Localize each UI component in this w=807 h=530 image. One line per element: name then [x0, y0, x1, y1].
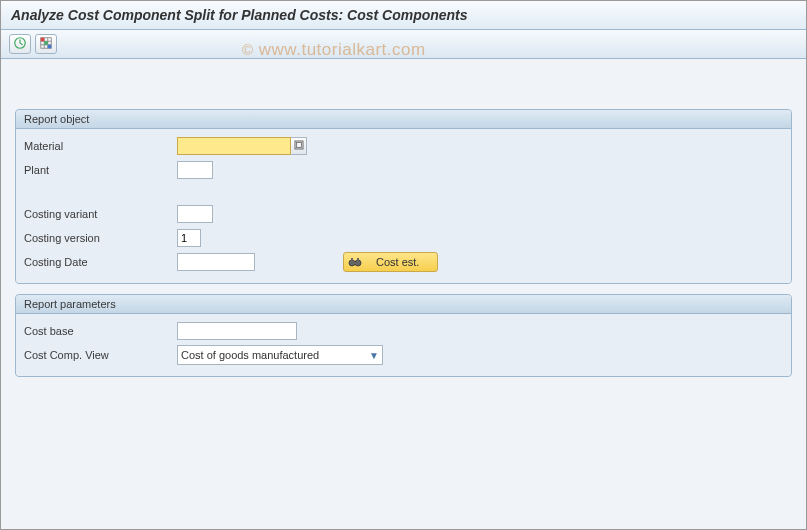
execute-button[interactable]	[9, 34, 31, 54]
cost-est-button-label: Cost est.	[376, 256, 419, 268]
plant-label: Plant	[22, 164, 177, 176]
costing-date-label: Costing Date	[22, 256, 177, 268]
svg-rect-10	[296, 143, 301, 148]
svg-rect-13	[354, 262, 356, 264]
costing-date-input[interactable]	[177, 253, 255, 271]
cost-comp-view-label: Cost Comp. View	[22, 349, 177, 361]
costing-variant-input[interactable]	[177, 205, 213, 223]
cost-comp-view-select[interactable]: Cost of goods manufactured ▼	[177, 345, 383, 365]
group-header-report-parameters: Report parameters	[16, 295, 791, 314]
group-header-report-object: Report object	[16, 110, 791, 129]
material-input[interactable]	[177, 137, 291, 155]
costing-variant-label: Costing variant	[22, 208, 177, 220]
cost-base-input[interactable]	[177, 322, 297, 340]
page-title: Analyze Cost Component Split for Planned…	[1, 1, 806, 30]
clock-execute-icon	[13, 36, 27, 52]
toolbar	[1, 30, 806, 59]
plant-input[interactable]	[177, 161, 213, 179]
costing-version-input[interactable]	[177, 229, 201, 247]
group-report-object: Report object Material Plant	[15, 109, 792, 284]
cost-est-button[interactable]: Cost est.	[343, 252, 438, 272]
costing-version-label: Costing version	[22, 232, 177, 244]
content-area: Report object Material Plant	[1, 59, 806, 401]
svg-rect-14	[351, 258, 353, 261]
cost-comp-view-value: Cost of goods manufactured	[181, 349, 319, 361]
svg-rect-8	[48, 45, 52, 49]
group-report-parameters: Report parameters Cost base Cost Comp. V…	[15, 294, 792, 377]
material-search-help-button[interactable]	[291, 137, 307, 155]
search-help-icon	[294, 140, 304, 152]
svg-rect-6	[41, 38, 45, 42]
binoculars-icon	[348, 255, 362, 269]
svg-rect-15	[357, 258, 359, 261]
cost-base-label: Cost base	[22, 325, 177, 337]
material-label: Material	[22, 140, 177, 152]
svg-rect-7	[44, 41, 48, 45]
chevron-down-icon: ▼	[369, 350, 379, 361]
grid-button[interactable]	[35, 34, 57, 54]
grid-icon	[39, 36, 53, 52]
